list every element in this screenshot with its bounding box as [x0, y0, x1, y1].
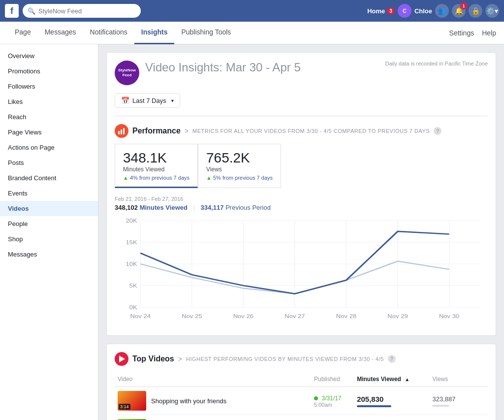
stat-box-views[interactable]: 765.2K Views ▲ 5% from previous 7 days [198, 144, 281, 188]
lock-icon[interactable]: 🔒 [469, 4, 482, 18]
home-badge: 3 [387, 8, 395, 14]
help-link[interactable]: Help [482, 29, 496, 37]
chart-bold-number: 348,102 [115, 204, 138, 211]
top-videos-section-header: Top Videos > HIGHEST PERFORMING VIDEOS B… [115, 352, 488, 366]
main-layout: Overview Promotions Followers Likes Reac… [0, 44, 504, 420]
top-bar-right: Home 3 C Chloe 👥 🔔 1 🔒 ⚙️▾ [367, 4, 499, 18]
svg-text:Nov 25: Nov 25 [182, 313, 202, 320]
chart-period-text: Feb 21, 2016 - Feb 27, 2016 [115, 196, 183, 202]
published-dot-icon [314, 396, 318, 400]
top-navigation-bar: f 🔍 Home 3 C Chloe 👥 🔔 1 🔒 ⚙️▾ [0, 0, 504, 22]
search-input[interactable] [38, 7, 136, 15]
video-title: Shopping with your friends [151, 397, 226, 405]
notifications-icon[interactable]: 🔔 1 [452, 4, 466, 18]
sidebar-item-promotions[interactable]: Promotions [0, 64, 98, 79]
sidebar-item-page-views[interactable]: Page Views [0, 125, 98, 140]
performance-subtitle: METRICS FOR ALL YOUR VIDEOS FROM 3/30 - … [192, 128, 430, 134]
col-published: Published [311, 372, 354, 387]
chart-period: Feb 21, 2016 - Feb 27, 2016 [115, 196, 488, 202]
nav-notifications[interactable]: Notifications [83, 22, 134, 44]
settings-dropdown-icon[interactable]: ⚙️▾ [485, 4, 499, 18]
date-picker[interactable]: 📅 Last 7 Days ▾ [115, 93, 180, 108]
home-button[interactable]: Home 3 [367, 7, 395, 15]
top-videos-title: Top Videos [132, 355, 174, 363]
nav-publishing-tools[interactable]: Publishing Tools [174, 22, 238, 44]
stat-box-minutes[interactable]: 348.1K Minutes Viewed ▲ 4% from previous… [115, 144, 198, 188]
page-logo: StyleNowFeed [115, 61, 139, 85]
page-nav-right: Settings Help [449, 29, 496, 37]
page-logo-text: StyleNowFeed [118, 68, 136, 78]
nav-messages[interactable]: Messages [38, 22, 83, 44]
user-name: Chloe [414, 7, 432, 15]
table-row[interactable]: 2:10 Fashion finds in your local grocery… [115, 415, 488, 420]
page-navigation: Page Messages Notifications Insights Pub… [0, 22, 504, 44]
date-picker-label: Last 7 Days [132, 97, 166, 104]
video-insights-card: StyleNowFeed Video Insights: Mar 30 - Ap… [106, 52, 496, 336]
sidebar-item-actions-on-page[interactable]: Actions on Page [0, 140, 98, 155]
top-videos-card: Top Videos > HIGHEST PERFORMING VIDEOS B… [106, 344, 496, 420]
sidebar: Overview Promotions Followers Likes Reac… [0, 44, 98, 420]
views-value: 323,887 [432, 395, 485, 403]
settings-link[interactable]: Settings [449, 29, 474, 37]
performance-info-icon[interactable]: ? [434, 127, 441, 135]
svg-rect-1 [121, 129, 122, 134]
title-main: Video Insights: [145, 61, 222, 74]
search-bar[interactable]: 🔍 [23, 4, 141, 18]
sidebar-item-videos[interactable]: Videos [0, 201, 98, 216]
main-content: StyleNowFeed Video Insights: Mar 30 - Ap… [98, 44, 504, 420]
friends-icon[interactable]: 👥 [435, 4, 449, 18]
svg-text:Nov 28: Nov 28 [336, 313, 357, 320]
performance-chevron: > [185, 127, 189, 135]
stat-views-label: Views [206, 166, 273, 173]
sidebar-item-people[interactable]: People [0, 216, 98, 231]
svg-text:Nov 26: Nov 26 [233, 313, 254, 320]
table-row[interactable]: 3:14 Shopping with your friends 3/31/17 … [115, 387, 488, 415]
performance-title: Performance [132, 127, 181, 135]
svg-text:20K: 20K [126, 218, 137, 224]
published-time: 5:00am [314, 402, 351, 408]
sort-arrow-icon: ▲ [405, 377, 410, 382]
stat-minutes-change-text: 4% from previous 7 days [130, 175, 189, 181]
chart-legend: 348,102 Minutes Viewed | 334,117 Previou… [115, 204, 488, 211]
stat-views-change-text: 5% from previous 7 days [213, 175, 273, 181]
sidebar-item-overview[interactable]: Overview [0, 48, 98, 64]
sidebar-item-likes[interactable]: Likes [0, 94, 98, 109]
nav-insights[interactable]: Insights [134, 22, 175, 44]
sidebar-item-shop[interactable]: Shop [0, 231, 98, 247]
sidebar-item-events[interactable]: Events [0, 186, 98, 201]
notification-badge: 1 [460, 2, 467, 9]
stat-views-number: 765.2K [206, 150, 273, 166]
chevron-down-icon: ▾ [171, 98, 174, 103]
avatar[interactable]: C [398, 4, 411, 18]
video-table: Video Published Minutes Viewed ▲ Views 3… [115, 372, 488, 420]
col-video: Video [115, 372, 311, 387]
sidebar-item-branded-content[interactable]: Branded Content [0, 170, 98, 186]
calendar-icon: 📅 [121, 97, 129, 104]
stat-boxes: 348.1K Minutes Viewed ▲ 4% from previous… [115, 144, 488, 188]
sidebar-item-reach[interactable]: Reach [0, 109, 98, 125]
avatar-initials: C [403, 8, 407, 14]
page-title: Video Insights: Mar 30 - Apr 5 [145, 61, 301, 74]
video-duration: 3:14 [119, 404, 130, 410]
stat-minutes-label: Minutes Viewed [123, 166, 189, 173]
svg-text:10K: 10K [126, 261, 137, 267]
facebook-logo-icon: f [5, 4, 19, 18]
sidebar-item-messages[interactable]: Messages [0, 247, 98, 262]
svg-text:Nov 24: Nov 24 [130, 313, 151, 320]
top-videos-info-icon[interactable]: ? [388, 355, 396, 363]
video-thumbnail: 3:14 [118, 391, 146, 411]
svg-text:5K: 5K [129, 283, 137, 289]
nav-page[interactable]: Page [8, 22, 38, 44]
page-nav-items: Page Messages Notifications Insights Pub… [8, 22, 449, 44]
sidebar-item-followers[interactable]: Followers [0, 79, 98, 94]
chart-link-label: Previous Period [225, 204, 271, 211]
chart-bold-label: Minutes Viewed [140, 204, 188, 211]
sidebar-item-posts[interactable]: Posts [0, 155, 98, 170]
top-videos-subtitle: HIGHEST PERFORMING VIDEOS BY MINUTES VIE… [186, 356, 384, 362]
home-label: Home [367, 7, 385, 15]
col-minutes-viewed[interactable]: Minutes Viewed ▲ [354, 372, 429, 387]
col-views: Views [429, 372, 488, 387]
video-cell: 3:14 Shopping with your friends [118, 391, 308, 411]
stat-views-change: ▲ 5% from previous 7 days [206, 175, 273, 181]
svg-text:Nov 30: Nov 30 [439, 313, 460, 320]
